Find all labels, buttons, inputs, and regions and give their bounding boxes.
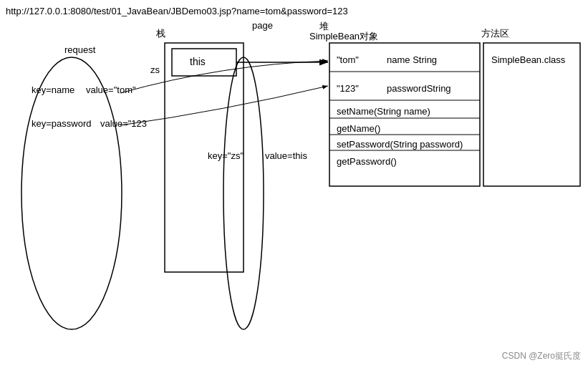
watermark: CSDN @Zero挺氏度 (502, 350, 581, 362)
diagram: http://127.0.0.1:8080/test/01_JavaBean/J… (0, 0, 588, 368)
svg-point-0 (21, 57, 122, 329)
svg-rect-4 (329, 43, 480, 186)
diagram-svg (0, 0, 588, 368)
this-label: this (190, 56, 206, 67)
svg-rect-1 (165, 43, 244, 272)
svg-rect-10 (483, 43, 580, 186)
